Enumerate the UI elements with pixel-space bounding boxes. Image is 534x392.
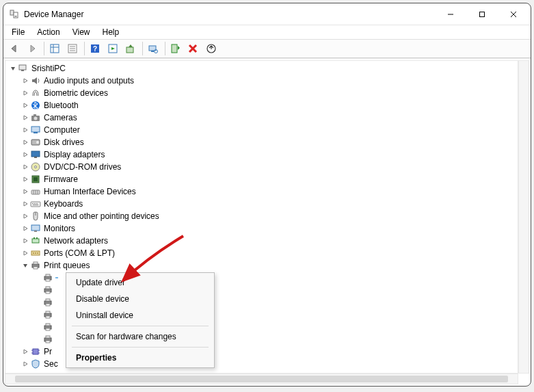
action-button[interactable]	[105, 40, 121, 57]
svg-rect-0	[10, 10, 14, 15]
tree-category[interactable]: DVD/CD-ROM drives	[5, 161, 518, 173]
svg-point-38	[35, 166, 37, 168]
menu-help[interactable]: Help	[97, 26, 125, 38]
svg-rect-61	[34, 262, 38, 264]
tree-category[interactable]: Human Interface Devices	[5, 185, 518, 198]
chevron-right-icon[interactable]	[21, 88, 30, 98]
tree-node-label: Disk drives	[44, 138, 84, 147]
maximize-button[interactable]	[466, 4, 498, 25]
update-driver-button[interactable]	[122, 40, 139, 57]
svg-rect-1	[14, 12, 18, 18]
context-disable-device[interactable]: Disable device	[68, 291, 213, 307]
forward-button[interactable]	[24, 40, 40, 57]
chevron-right-icon[interactable]	[21, 162, 30, 172]
chevron-right-icon	[33, 322, 42, 332]
minimize-button[interactable]	[435, 4, 466, 25]
svg-rect-17	[126, 47, 133, 53]
tree-node-label: Audio inputs and outputs	[44, 76, 134, 86]
tree-category[interactable]: Network adapters	[5, 235, 518, 247]
svg-rect-54	[34, 237, 35, 239]
horizontal-scrollbar[interactable]	[5, 374, 518, 384]
printer-icon	[42, 272, 53, 283]
chevron-right-icon[interactable]	[21, 101, 30, 110]
chevron-down-icon[interactable]	[8, 64, 18, 73]
tree-node-label: Firmware	[44, 174, 78, 184]
help-button[interactable]: ?	[87, 40, 103, 57]
menu-action[interactable]: Action	[31, 26, 65, 38]
audio-icon	[30, 75, 41, 86]
chevron-right-icon[interactable]	[21, 248, 30, 258]
tree-category[interactable]: Cameras	[5, 112, 518, 124]
svg-rect-25	[19, 65, 26, 70]
svg-rect-65	[46, 279, 50, 281]
tree-node-label: Cameras	[44, 113, 77, 122]
tree-category[interactable]: Print queues	[5, 259, 518, 272]
tree-category[interactable]: Computer	[5, 124, 518, 136]
vertical-scrollbar[interactable]	[518, 60, 529, 374]
tree-category[interactable]: Disk drives	[5, 136, 518, 148]
enable-device-button[interactable]	[168, 40, 184, 57]
tree-node-label: Ports (COM & LPT)	[44, 248, 115, 258]
svg-rect-74	[46, 316, 50, 318]
properties-button[interactable]	[64, 40, 81, 57]
svg-rect-62	[34, 267, 38, 269]
toolbar-separator	[165, 42, 165, 55]
tree-node-label: Print queues	[44, 261, 90, 270]
menu-file[interactable]: File	[6, 26, 30, 38]
context-scan-hardware[interactable]: Scan for hardware changes	[68, 328, 213, 345]
context-update-driver[interactable]: Update driver	[68, 274, 213, 291]
tree-category[interactable]: Display adapters	[5, 148, 518, 161]
chevron-down-icon[interactable]	[21, 261, 30, 270]
mouse-icon	[30, 211, 41, 222]
context-properties[interactable]: Properties	[68, 350, 213, 366]
chevron-right-icon[interactable]	[21, 359, 30, 369]
svg-point-29	[34, 117, 38, 120]
tree-node-label: Biometric devices	[44, 88, 108, 98]
chevron-right-icon[interactable]	[21, 174, 30, 184]
svg-point-57	[33, 252, 34, 254]
back-button[interactable]	[6, 40, 23, 57]
context-menu-separator	[72, 326, 209, 326]
tree-category[interactable]: Keyboards	[5, 198, 518, 210]
tree-category[interactable]: Audio inputs and outputs	[5, 75, 518, 87]
chevron-right-icon[interactable]	[21, 187, 30, 196]
tree-category[interactable]: Ports (COM & LPT)	[5, 247, 518, 259]
chevron-right-icon[interactable]	[21, 211, 30, 221]
tree-node-label: Human Interface Devices	[44, 187, 136, 196]
tree-category[interactable]: Monitors	[5, 222, 518, 235]
chevron-right-icon[interactable]	[21, 138, 30, 147]
tree-root[interactable]: SrishtiPC	[5, 62, 518, 75]
app-icon	[9, 9, 20, 20]
svg-rect-68	[46, 291, 50, 293]
svg-rect-30	[34, 114, 36, 116]
chevron-right-icon[interactable]	[21, 199, 30, 209]
chevron-right-icon[interactable]	[21, 150, 30, 159]
network-icon	[30, 235, 41, 246]
context-menu: Update driver Disable device Uninstall d…	[66, 272, 215, 368]
tree-category[interactable]: Firmware	[5, 173, 518, 185]
chevron-right-icon[interactable]	[21, 347, 30, 356]
svg-point-59	[37, 252, 38, 254]
svg-rect-2	[15, 16, 17, 17]
chevron-right-icon[interactable]	[21, 236, 30, 246]
tree-node-label: Monitors	[44, 224, 75, 233]
context-uninstall-device[interactable]: Uninstall device	[68, 307, 213, 324]
tree-category[interactable]: Bluetooth	[5, 99, 518, 112]
chevron-right-icon[interactable]	[21, 76, 30, 86]
dvd-icon	[30, 161, 41, 172]
tree-category[interactable]: Biometric devices	[5, 87, 518, 99]
chevron-right-icon	[33, 298, 42, 307]
tree-category[interactable]: Mice and other pointing devices	[5, 210, 518, 222]
chevron-right-icon[interactable]	[21, 125, 30, 135]
disable-device-button[interactable]	[185, 40, 202, 57]
scan-hardware-button[interactable]	[145, 40, 161, 57]
uninstall-device-button[interactable]	[203, 40, 219, 57]
close-button[interactable]	[498, 4, 529, 25]
chevron-right-icon[interactable]	[21, 113, 30, 122]
chevron-right-icon[interactable]	[21, 224, 30, 233]
scrollbar-thumb[interactable]	[15, 376, 508, 382]
port-icon	[30, 248, 41, 259]
menu-view[interactable]: View	[67, 26, 96, 38]
show-hide-tree-button[interactable]	[46, 40, 63, 57]
toolbar-separator	[84, 42, 85, 55]
